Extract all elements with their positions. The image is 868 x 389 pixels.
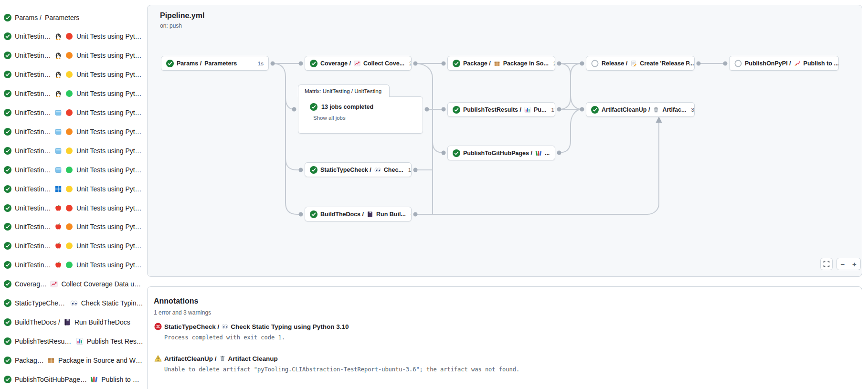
sidebar-step-label: Unit Tests using Pyth... — [76, 147, 143, 155]
status-success-icon — [310, 166, 318, 174]
sidebar-job-label: UnitTesting / — [15, 204, 51, 212]
sidebar-job-label: UnitTesting / — [15, 261, 51, 269]
job-node-params[interactable]: Params /Parameters1s — [161, 56, 269, 71]
status-success-icon — [4, 185, 11, 193]
notebook-icon — [367, 211, 373, 218]
status-success-icon — [4, 90, 11, 97]
fullscreen-button[interactable] — [820, 258, 833, 270]
sidebar-job-item[interactable]: UnitTesting /Unit Tests using Pyth... — [4, 50, 143, 61]
job-node-label: Release / — [602, 60, 627, 67]
sidebar-job-item[interactable]: PublishTestResults /Publish Test Resu... — [4, 336, 143, 347]
sidebar-step-label: Unit Tests using Pyth... — [76, 204, 143, 212]
annotation-title-link[interactable]: StaticTypeCheck /Check Static Typing usi… — [154, 323, 823, 330]
job-step-label: Collect Cove... — [363, 60, 404, 67]
annotation-title: StaticTypeCheck /Check Static Typing usi… — [164, 323, 349, 330]
sidebar-job-item[interactable]: BuildTheDocs /Run BuildTheDocs — [4, 317, 143, 327]
matrix-group[interactable]: 13 jobs completed Show all jobs — [298, 96, 423, 134]
dot-red-icon — [65, 32, 73, 40]
status-success-icon — [310, 103, 318, 111]
dot-yellow-icon — [65, 147, 73, 155]
sidebar-job-item[interactable]: UnitTesting /Unit Tests using Pyth... — [4, 260, 143, 270]
apple-icon — [54, 242, 62, 250]
sidebar-step-label: Unit Tests using Pyth... — [76, 71, 143, 78]
zoom-in-button[interactable]: + — [848, 258, 861, 270]
job-node-publish-on-pypi[interactable]: PublishOnPyPI /Publish to ... — [729, 56, 839, 71]
sidebar-job-item[interactable]: UnitTesting /Unit Tests using Pyth... — [4, 165, 143, 175]
pipeline-title: Pipeline.yml — [160, 11, 204, 20]
status-success-icon — [4, 32, 11, 40]
sidebar-step-label: Package in Source and Wh... — [58, 357, 143, 364]
status-success-icon — [4, 166, 11, 174]
sidebar-job-label: UnitTesting / — [15, 128, 51, 136]
error-icon — [154, 323, 162, 330]
sidebar-job-item[interactable]: PublishToGitHubPages /Publish to G... — [4, 374, 143, 385]
status-success-icon — [4, 261, 11, 269]
annotation-message: Unable to delete artifact "pyTooling.CLI… — [164, 366, 823, 373]
status-success-icon — [4, 147, 11, 155]
job-duration: 13s — [552, 150, 555, 156]
job-step-label: Pu... — [534, 106, 546, 113]
job-node-label: PublishTestResults / — [463, 106, 521, 113]
job-step-label: Run Buil... — [376, 211, 406, 218]
sidebar-step-label: Unit Tests using Pyth... — [76, 109, 143, 116]
sidebar-job-item[interactable]: Params /Parameters — [4, 12, 143, 23]
sidebar-step-label: Unit Tests using Pyth... — [76, 242, 143, 250]
sidebar-job-item[interactable]: UnitTesting /Unit Tests using Pyth... — [4, 126, 143, 137]
sidebar-job-label: UnitTesting / — [15, 185, 51, 193]
sidebar-job-label: UnitTesting / — [15, 223, 51, 231]
sidebar-job-label: UnitTesting / — [15, 109, 51, 116]
sidebar-job-item[interactable]: UnitTesting /Unit Tests using Pyth... — [4, 146, 143, 156]
job-node-build-the-docs[interactable]: BuildTheDocs /Run Buil...47s — [305, 207, 412, 221]
status-success-icon — [4, 52, 11, 59]
books-icon — [535, 150, 542, 157]
job-node-coverage[interactable]: Coverage /Collect Cove...25s — [305, 56, 412, 71]
dot-green-icon — [65, 90, 73, 97]
job-node-publish-test-results[interactable]: PublishTestResults /Pu...17s — [447, 102, 555, 117]
apple-icon — [54, 204, 62, 212]
sidebar-job-item[interactable]: StaticTypeCheck /Check Static Typing... — [4, 298, 143, 308]
job-duration: 25s — [407, 61, 412, 66]
sidebar-job-item[interactable]: UnitTesting /Unit Tests using Pyth... — [4, 203, 143, 213]
dot-orange-icon — [65, 223, 73, 231]
sidebar-job-label: UnitTesting / — [15, 242, 51, 250]
matrix-group-label: Matrix: UnitTesting / UnitTesting — [305, 88, 381, 94]
status-success-icon — [310, 60, 318, 67]
sidebar-job-item[interactable]: UnitTesting /Unit Tests using Pyth... — [4, 184, 143, 194]
job-duration: 1s — [256, 61, 264, 66]
sidebar-job-item[interactable]: UnitTesting /Unit Tests using Pyth... — [4, 31, 143, 42]
sidebar-job-label: UnitTesting / — [15, 52, 51, 59]
sidebar-job-item[interactable]: UnitTesting /Unit Tests using Pyth... — [4, 107, 143, 118]
sidebar-step-label: Unit Tests using Pyth... — [76, 166, 143, 174]
show-all-jobs-link[interactable]: Show all jobs — [313, 115, 417, 121]
job-node-artifact-cleanup[interactable]: ArtifactCleanUp /Artifac...3s — [586, 102, 695, 117]
eyes-icon — [222, 323, 228, 330]
status-success-icon — [4, 337, 11, 345]
job-node-release[interactable]: Release /Create 'Release P... — [586, 56, 695, 71]
apple-icon — [54, 261, 62, 269]
warning-icon — [154, 355, 162, 362]
job-node-label: StaticTypeCheck / — [320, 167, 371, 173]
zoom-out-button[interactable]: − — [836, 258, 849, 270]
sidebar-step-label: Unit Tests using Pyth... — [76, 261, 143, 269]
chart-increasing-icon — [354, 60, 360, 67]
job-node-label: ArtifactCleanUp / — [602, 106, 650, 113]
annotations-summary: 1 error and 3 warnings — [154, 309, 211, 316]
workflow-graph-canvas[interactable] — [147, 5, 862, 277]
annotation-title-link[interactable]: ArtifactCleanUp /Artifact Cleanup — [154, 355, 823, 362]
sidebar-job-item[interactable]: UnitTesting /Unit Tests using Pyth... — [4, 69, 143, 80]
job-node-package[interactable]: Package /Package in So...25s — [447, 56, 555, 71]
job-duration: 47s — [409, 211, 412, 217]
job-node-publish-to-github-pages[interactable]: PublishToGitHubPages /...13s — [447, 146, 555, 160]
status-success-icon — [4, 223, 11, 231]
sidebar-job-item[interactable]: UnitTesting /Unit Tests using Pyth... — [4, 241, 143, 251]
sidebar-job-item[interactable]: Package /Package in Source and Wh... — [4, 355, 143, 366]
job-duration: 13s — [406, 167, 412, 173]
dot-orange-icon — [65, 128, 73, 136]
sidebar-job-item[interactable]: UnitTesting /Unit Tests using Pyth... — [4, 221, 143, 232]
sidebar-job-item[interactable]: UnitTesting /Unit Tests using Pyth... — [4, 88, 143, 99]
sidebar-job-label: UnitTesting / — [15, 32, 51, 40]
sidebar-job-label: UnitTesting / — [15, 90, 51, 97]
linux-icon — [54, 52, 62, 59]
job-node-static-type-check[interactable]: StaticTypeCheck /Chec...13s — [305, 162, 412, 177]
sidebar-job-item[interactable]: Coverage /Collect Coverage Data usi... — [4, 279, 143, 289]
